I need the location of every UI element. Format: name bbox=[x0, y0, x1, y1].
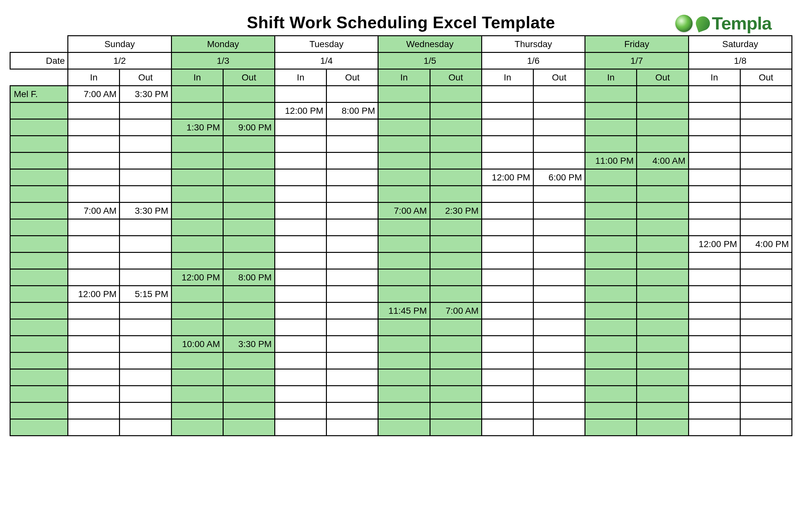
shift-in-cell[interactable] bbox=[275, 86, 326, 102]
shift-in-cell[interactable]: 12:00 PM bbox=[68, 286, 120, 303]
shift-out-cell[interactable] bbox=[533, 336, 585, 353]
shift-out-cell[interactable] bbox=[740, 203, 792, 219]
shift-in-cell[interactable] bbox=[689, 336, 740, 353]
shift-out-cell[interactable] bbox=[533, 319, 585, 336]
shift-out-cell[interactable] bbox=[637, 102, 689, 119]
shift-out-cell[interactable] bbox=[637, 136, 689, 153]
shift-out-cell[interactable] bbox=[533, 369, 585, 386]
shift-in-cell[interactable] bbox=[378, 419, 430, 436]
shift-in-cell[interactable] bbox=[68, 102, 120, 119]
shift-out-cell[interactable] bbox=[223, 369, 275, 386]
shift-out-cell[interactable] bbox=[430, 319, 481, 336]
shift-in-cell[interactable] bbox=[68, 136, 120, 153]
shift-in-cell[interactable] bbox=[585, 169, 637, 186]
shift-out-cell[interactable] bbox=[533, 219, 585, 236]
shift-in-cell[interactable] bbox=[378, 136, 430, 153]
shift-out-cell[interactable] bbox=[637, 419, 689, 436]
shift-out-cell[interactable]: 3:30 PM bbox=[223, 336, 275, 353]
shift-in-cell[interactable] bbox=[275, 286, 326, 303]
shift-out-cell[interactable] bbox=[223, 169, 275, 186]
shift-out-cell[interactable] bbox=[533, 353, 585, 369]
shift-in-cell[interactable] bbox=[481, 203, 533, 219]
shift-out-cell[interactable] bbox=[327, 252, 378, 269]
shift-out-cell[interactable] bbox=[430, 102, 481, 119]
shift-in-cell[interactable] bbox=[68, 119, 120, 136]
shift-out-cell[interactable] bbox=[430, 402, 481, 419]
shift-out-cell[interactable] bbox=[327, 136, 378, 153]
shift-in-cell[interactable] bbox=[689, 402, 740, 419]
shift-in-cell[interactable] bbox=[481, 269, 533, 286]
shift-out-cell[interactable] bbox=[533, 186, 585, 203]
shift-out-cell[interactable] bbox=[637, 236, 689, 252]
shift-out-cell[interactable] bbox=[533, 252, 585, 269]
shift-in-cell[interactable]: 12:00 PM bbox=[171, 269, 223, 286]
shift-in-cell[interactable] bbox=[378, 119, 430, 136]
shift-in-cell[interactable] bbox=[689, 419, 740, 436]
shift-out-cell[interactable] bbox=[637, 402, 689, 419]
shift-out-cell[interactable] bbox=[740, 102, 792, 119]
shift-in-cell[interactable] bbox=[378, 269, 430, 286]
shift-out-cell[interactable]: 4:00 PM bbox=[740, 236, 792, 252]
shift-in-cell[interactable] bbox=[481, 336, 533, 353]
shift-out-cell[interactable] bbox=[740, 269, 792, 286]
shift-in-cell[interactable] bbox=[585, 353, 637, 369]
shift-in-cell[interactable] bbox=[378, 236, 430, 252]
shift-in-cell[interactable] bbox=[689, 153, 740, 169]
shift-out-cell[interactable] bbox=[740, 86, 792, 102]
shift-in-cell[interactable] bbox=[585, 369, 637, 386]
shift-in-cell[interactable] bbox=[585, 252, 637, 269]
shift-in-cell[interactable] bbox=[378, 219, 430, 236]
shift-out-cell[interactable] bbox=[637, 386, 689, 402]
employee-name-cell[interactable] bbox=[10, 402, 68, 419]
shift-in-cell[interactable] bbox=[171, 353, 223, 369]
shift-in-cell[interactable] bbox=[275, 169, 326, 186]
shift-out-cell[interactable] bbox=[327, 419, 378, 436]
shift-in-cell[interactable] bbox=[481, 319, 533, 336]
shift-in-cell[interactable] bbox=[378, 369, 430, 386]
shift-out-cell[interactable] bbox=[327, 119, 378, 136]
shift-in-cell[interactable] bbox=[481, 419, 533, 436]
shift-out-cell[interactable] bbox=[430, 86, 481, 102]
shift-in-cell[interactable] bbox=[171, 169, 223, 186]
shift-out-cell[interactable] bbox=[740, 252, 792, 269]
shift-in-cell[interactable] bbox=[481, 86, 533, 102]
shift-in-cell[interactable] bbox=[171, 286, 223, 303]
shift-in-cell[interactable] bbox=[378, 102, 430, 119]
shift-out-cell[interactable] bbox=[637, 336, 689, 353]
shift-out-cell[interactable] bbox=[533, 102, 585, 119]
shift-in-cell[interactable] bbox=[171, 86, 223, 102]
shift-in-cell[interactable] bbox=[481, 252, 533, 269]
shift-out-cell[interactable] bbox=[120, 319, 171, 336]
shift-out-cell[interactable] bbox=[223, 86, 275, 102]
employee-name-cell[interactable] bbox=[10, 169, 68, 186]
shift-in-cell[interactable] bbox=[68, 353, 120, 369]
shift-out-cell[interactable] bbox=[223, 219, 275, 236]
shift-in-cell[interactable] bbox=[481, 353, 533, 369]
employee-name-cell[interactable] bbox=[10, 353, 68, 369]
shift-out-cell[interactable] bbox=[740, 303, 792, 319]
shift-in-cell[interactable] bbox=[275, 402, 326, 419]
shift-out-cell[interactable] bbox=[637, 186, 689, 203]
shift-in-cell[interactable] bbox=[68, 319, 120, 336]
shift-out-cell[interactable] bbox=[533, 386, 585, 402]
shift-out-cell[interactable] bbox=[740, 119, 792, 136]
shift-out-cell[interactable] bbox=[533, 119, 585, 136]
shift-in-cell[interactable]: 7:00 AM bbox=[68, 86, 120, 102]
shift-in-cell[interactable] bbox=[68, 336, 120, 353]
shift-out-cell[interactable] bbox=[430, 119, 481, 136]
shift-out-cell[interactable] bbox=[430, 286, 481, 303]
shift-in-cell[interactable] bbox=[68, 153, 120, 169]
shift-in-cell[interactable] bbox=[585, 186, 637, 203]
shift-in-cell[interactable] bbox=[275, 119, 326, 136]
shift-out-cell[interactable] bbox=[740, 136, 792, 153]
shift-in-cell[interactable] bbox=[481, 286, 533, 303]
shift-out-cell[interactable] bbox=[533, 419, 585, 436]
shift-out-cell[interactable] bbox=[223, 286, 275, 303]
shift-out-cell[interactable] bbox=[327, 186, 378, 203]
shift-in-cell[interactable] bbox=[481, 102, 533, 119]
shift-in-cell[interactable] bbox=[275, 369, 326, 386]
shift-out-cell[interactable] bbox=[120, 153, 171, 169]
employee-name-cell[interactable] bbox=[10, 303, 68, 319]
shift-out-cell[interactable] bbox=[223, 319, 275, 336]
shift-out-cell[interactable] bbox=[120, 353, 171, 369]
